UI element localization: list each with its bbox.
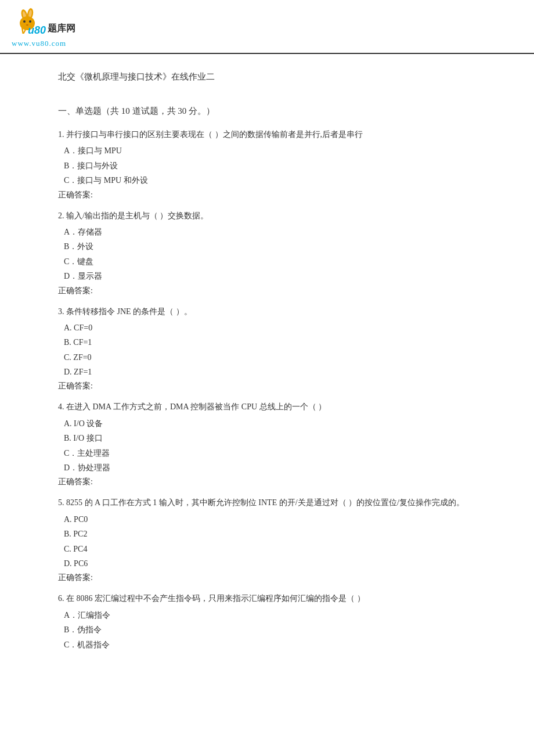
- q1-number: 1.: [58, 130, 66, 139]
- q2-answer-label: 正确答案:: [58, 286, 476, 296]
- q1-option-b: B．接口与外设: [64, 160, 476, 172]
- q1-answer-label: 正确答案:: [58, 190, 476, 200]
- q3-option-c: C. ZF=0: [64, 351, 476, 364]
- q5-body: 8255 的 A 口工作在方式 1 输入时，其中断允许控制位 INTE 的开/关…: [66, 498, 464, 507]
- q4-number: 4.: [58, 402, 66, 411]
- question-3-text: 3. 条件转移指令 JNE 的条件是（ ）。: [58, 305, 476, 318]
- logo-top: V u80 题库网: [12, 6, 87, 38]
- question-5: 5. 8255 的 A 口工作在方式 1 输入时，其中断允许控制位 INTE 的…: [58, 496, 476, 583]
- question-4-text: 4. 在进入 DMA 工作方式之前，DMA 控制器被当作 CPU 总线上的一个（…: [58, 401, 476, 413]
- q4-answer-label: 正确答案:: [58, 477, 476, 487]
- page-title: 北交《微机原理与接口技术》在线作业二: [58, 71, 476, 82]
- q3-answer-label: 正确答案:: [58, 381, 476, 391]
- question-3: 3. 条件转移指令 JNE 的条件是（ ）。 A. CF=0 B. CF=1 C…: [58, 305, 476, 392]
- q6-body: 在 8086 宏汇编过程中不会产生指令码，只用来指示汇编程序如何汇编的指令是（ …: [66, 594, 365, 603]
- question-1: 1. 并行接口与串行接口的区别主要表现在（ ）之间的数据传输前者是并行,后者是串…: [58, 128, 476, 200]
- q4-option-d: D．协处理器: [64, 462, 476, 474]
- q6-number: 6.: [58, 594, 66, 603]
- q4-option-b: B. I/O 接口: [64, 432, 476, 445]
- logo-url: www.vu80.com: [12, 39, 66, 48]
- svg-point-6: [29, 20, 31, 23]
- q6-option-c: C．机器指令: [64, 639, 476, 651]
- q4-option-c: C．主处理器: [64, 447, 476, 460]
- q3-option-a: A. CF=0: [64, 322, 476, 334]
- q2-body: 输入/输出指的是主机与（ ）交换数据。: [66, 211, 208, 220]
- q4-body: 在进入 DMA 工作方式之前，DMA 控制器被当作 CPU 总线上的一个（ ）: [66, 402, 326, 411]
- q5-option-b: B. PC2: [64, 528, 476, 541]
- q3-option-d: D. ZF=1: [64, 366, 476, 379]
- question-2: 2. 输入/输出指的是主机与（ ）交换数据。 A．存储器 B．外设 C．键盘 D…: [58, 210, 476, 296]
- q1-option-c: C．接口与 MPU 和外设: [64, 174, 476, 187]
- logo-svg: V u80 题库网: [12, 6, 87, 38]
- q3-number: 3.: [58, 307, 66, 316]
- q5-number: 5.: [58, 498, 66, 507]
- q3-option-b: B. CF=1: [64, 336, 476, 349]
- q1-option-a: A．接口与 MPU: [64, 145, 476, 157]
- q2-option-a: A．存储器: [64, 226, 476, 239]
- svg-text:u80: u80: [28, 24, 46, 36]
- q1-body: 并行接口与串行接口的区别主要表现在（ ）之间的数据传输前者是并行,后者是串行: [66, 130, 363, 139]
- q2-option-b: B．外设: [64, 240, 476, 253]
- logo: V u80 题库网 www.vu80.com: [12, 6, 87, 48]
- question-6: 6. 在 8086 宏汇编过程中不会产生指令码，只用来指示汇编程序如何汇编的指令…: [58, 592, 476, 651]
- question-1-text: 1. 并行接口与串行接口的区别主要表现在（ ）之间的数据传输前者是并行,后者是串…: [58, 128, 476, 141]
- content: 北交《微机原理与接口技术》在线作业二 一、单选题（共 10 道试题，共 30 分…: [0, 54, 534, 678]
- q6-option-a: A．汇编指令: [64, 609, 476, 622]
- question-5-text: 5. 8255 的 A 口工作在方式 1 输入时，其中断允许控制位 INTE 的…: [58, 496, 476, 509]
- question-2-text: 2. 输入/输出指的是主机与（ ）交换数据。: [58, 210, 476, 222]
- q2-number: 2.: [58, 211, 66, 220]
- q2-option-d: D．显示器: [64, 270, 476, 283]
- question-6-text: 6. 在 8086 宏汇编过程中不会产生指令码，只用来指示汇编程序如何汇编的指令…: [58, 592, 476, 605]
- q6-option-b: B．伪指令: [64, 624, 476, 636]
- q3-body: 条件转移指令 JNE 的条件是（ ）。: [66, 307, 192, 316]
- svg-text:题库网: 题库网: [47, 23, 75, 33]
- svg-point-5: [23, 20, 26, 23]
- q5-option-c: C. PC4: [64, 543, 476, 556]
- header: V u80 题库网 www.vu80.com: [0, 0, 534, 54]
- q5-option-d: D. PC6: [64, 557, 476, 570]
- q4-option-a: A. I/O 设备: [64, 417, 476, 430]
- svg-text:V: V: [20, 24, 28, 36]
- section1-title: 一、单选题（共 10 道试题，共 30 分。）: [58, 106, 476, 117]
- q5-option-a: A. PC0: [64, 513, 476, 526]
- q2-option-c: C．键盘: [64, 255, 476, 268]
- question-4: 4. 在进入 DMA 工作方式之前，DMA 控制器被当作 CPU 总线上的一个（…: [58, 401, 476, 487]
- q5-answer-label: 正确答案:: [58, 573, 476, 583]
